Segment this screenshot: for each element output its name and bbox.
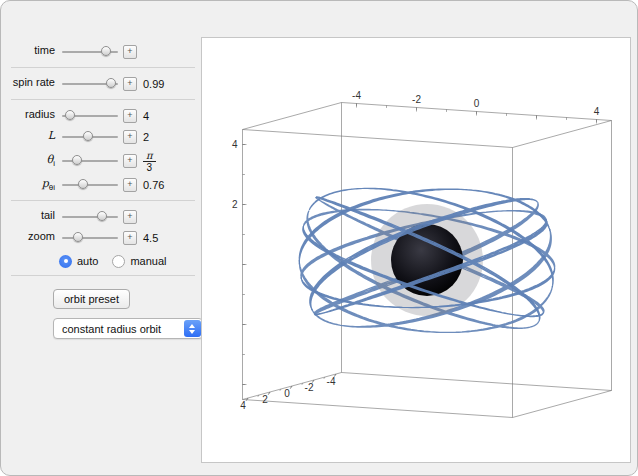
radius-slider[interactable]: [62, 109, 118, 123]
slider-thumb[interactable]: [65, 110, 75, 120]
slider-row-theta-i: θi + π3: [9, 147, 197, 174]
slider-thumb[interactable]: [97, 211, 107, 221]
L-value: 2: [143, 131, 149, 143]
spin-rate-value: 0.99: [143, 78, 164, 90]
chevron-updown-icon[interactable]: [184, 320, 201, 337]
control-panel: time + spin rate + 0.99 radius + 4 L + 2: [9, 41, 197, 339]
y-axis-tick-label: 2: [262, 394, 268, 405]
time-slider[interactable]: [62, 45, 118, 59]
slider-track[interactable]: [62, 237, 118, 239]
radius-animate-button[interactable]: +: [123, 109, 137, 123]
spin-rate-animate-button[interactable]: +: [123, 77, 137, 91]
L-animate-button[interactable]: +: [123, 130, 137, 144]
slider-thumb[interactable]: [73, 232, 83, 242]
spin-rate-label: spin rate: [9, 76, 62, 91]
slider-row-p-theta-i: pθi + 0.76: [9, 174, 197, 195]
y-axis-tick-label: -4: [327, 376, 336, 387]
slider-track[interactable]: [62, 184, 118, 186]
L-label: L: [9, 129, 62, 144]
theta-i-label: θi: [9, 153, 62, 168]
x-axis-tick-label: -4: [352, 90, 361, 101]
slider-row-L: L + 2: [9, 126, 197, 147]
x-axis-tick-label: 0: [474, 98, 480, 109]
slider-track[interactable]: [62, 160, 118, 162]
radio-manual-label: manual: [130, 255, 166, 267]
dropdown-selected-value: constant radius orbit: [54, 323, 184, 335]
divider: [11, 200, 195, 201]
y-axis-tick-label: 4: [240, 400, 246, 411]
spin-rate-slider[interactable]: [62, 77, 118, 91]
radio-auto[interactable]: auto: [59, 255, 98, 268]
p-theta-i-value: 0.76: [143, 179, 164, 191]
orbit-preset-button[interactable]: orbit preset: [53, 289, 130, 309]
time-label: time: [9, 44, 62, 59]
y-axis-ticks: [246, 374, 336, 401]
divider: [11, 275, 195, 276]
y-axis-tick-label: 0: [284, 388, 290, 399]
radius-label: radius: [9, 108, 62, 123]
tail-slider[interactable]: [62, 210, 118, 224]
x-axis-tick-label: -2: [412, 94, 421, 105]
divider: [11, 99, 195, 100]
radio-selected-icon[interactable]: [59, 255, 72, 268]
x-axis-tick-label: 4: [594, 106, 600, 117]
slider-row-tail: tail +: [9, 206, 197, 227]
slider-thumb[interactable]: [72, 155, 82, 165]
slider-thumb[interactable]: [101, 46, 111, 56]
theta-i-slider[interactable]: [62, 154, 118, 168]
divider: [11, 67, 195, 68]
radio-unselected-icon[interactable]: [112, 255, 125, 268]
time-animate-button[interactable]: +: [123, 45, 137, 59]
radio-auto-label: auto: [77, 255, 98, 267]
radius-value: 4: [143, 110, 149, 122]
demonstration-window: time + spin rate + 0.99 radius + 4 L + 2: [0, 0, 638, 476]
p-theta-i-label: pθi: [9, 177, 62, 192]
zoom-slider[interactable]: [62, 231, 118, 245]
slider-track[interactable]: [62, 216, 118, 218]
tail-animate-button[interactable]: +: [123, 210, 137, 224]
slider-row-spin-rate: spin rate + 0.99: [9, 73, 197, 94]
orbit-preset-dropdown[interactable]: constant radius orbit: [53, 318, 203, 339]
zoom-animate-button[interactable]: +: [123, 231, 137, 245]
slider-thumb[interactable]: [83, 131, 93, 141]
slider-thumb[interactable]: [106, 78, 116, 88]
slider-row-time: time +: [9, 41, 197, 62]
radio-manual[interactable]: manual: [112, 255, 166, 268]
orbit-3d-plot[interactable]: -4-20442420-2-4: [201, 37, 631, 463]
p-theta-i-animate-button[interactable]: +: [123, 178, 137, 192]
z-axis-ticks: [243, 145, 247, 385]
z-axis-tick-label: 4: [232, 139, 238, 150]
tail-label: tail: [9, 209, 62, 224]
slider-thumb[interactable]: [78, 179, 88, 189]
L-slider[interactable]: [62, 130, 118, 144]
slider-row-zoom: zoom + 4.5: [9, 227, 197, 248]
zoom-label: zoom: [9, 230, 62, 245]
p-theta-i-slider[interactable]: [62, 178, 118, 192]
y-axis-tick-label: -2: [305, 382, 314, 393]
zoom-value: 4.5: [143, 232, 158, 244]
orbit-3d-canvas[interactable]: -4-20442420-2-4: [202, 38, 630, 462]
z-axis-tick-label: 2: [232, 199, 238, 210]
theta-i-value: π3: [143, 149, 156, 173]
slider-row-radius: radius + 4: [9, 105, 197, 126]
theta-i-animate-button[interactable]: +: [123, 154, 137, 168]
zoom-mode-radio-group: auto manual: [59, 252, 197, 270]
